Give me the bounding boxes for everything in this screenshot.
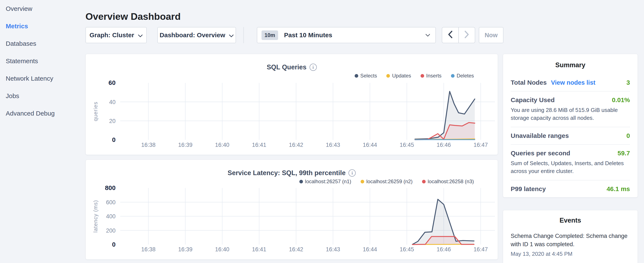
sql-queries-chart-svg: 16:3816:3916:4016:4116:4216:4316:4416:45…	[86, 54, 498, 155]
time-step-buttons	[442, 27, 475, 43]
view-nodes-link[interactable]: View nodes list	[551, 79, 595, 86]
summary-value: 0.01%	[612, 96, 630, 104]
svg-text:16:41: 16:41	[252, 246, 266, 252]
time-range-badge: 10m	[262, 31, 278, 40]
summary-rows: Total NodesView nodes list3Capacity Used…	[511, 74, 630, 197]
svg-text:16:40: 16:40	[215, 246, 230, 252]
svg-text:0: 0	[112, 241, 116, 248]
svg-text:16:44: 16:44	[363, 142, 377, 148]
svg-text:16:43: 16:43	[326, 142, 340, 148]
svg-text:20: 20	[109, 118, 116, 124]
sql-queries-chart-card: SQL Queries i SelectsUpdatesInsertsDelet…	[86, 54, 498, 155]
sidebar-item-jobs[interactable]: Jobs	[0, 87, 85, 105]
summary-description: Sum of Selects, Updates, Inserts, and De…	[511, 159, 630, 175]
svg-text:16:45: 16:45	[400, 142, 414, 148]
toolbar-divider	[244, 27, 244, 43]
event-timestamp: May 13, 2020 at 4:45 PM	[511, 251, 630, 257]
svg-text:queries: queries	[92, 102, 98, 121]
events-panel: Events Schema Change Completed: Schema c…	[503, 210, 638, 263]
summary-label: Capacity Used	[511, 96, 555, 104]
svg-text:16:42: 16:42	[289, 142, 303, 148]
svg-text:16:46: 16:46	[437, 142, 451, 148]
summary-description: You are using 28.6 MiB of 515.9 GiB usab…	[511, 106, 630, 122]
summary-value: 3	[626, 79, 630, 86]
svg-text:16:47: 16:47	[474, 246, 488, 252]
svg-text:40: 40	[109, 99, 116, 105]
graph-dropdown-label: Graph: Cluster	[90, 32, 134, 39]
chevron-down-icon	[138, 32, 143, 39]
chevron-down-icon	[425, 34, 430, 37]
summary-title: Summary	[511, 61, 630, 69]
app-root: OverviewMetricsDatabasesStatementsNetwor…	[0, 0, 644, 263]
now-button[interactable]: Now	[479, 27, 504, 43]
chevron-left-icon	[448, 31, 453, 40]
svg-text:16:41: 16:41	[252, 142, 266, 148]
events-title: Events	[511, 217, 630, 224]
summary-value: 46.1 ms	[606, 185, 630, 193]
sidebar-nav: OverviewMetricsDatabasesStatementsNetwor…	[0, 0, 85, 263]
time-step-back-button[interactable]	[442, 28, 458, 43]
svg-text:16:45: 16:45	[400, 246, 414, 252]
summary-row: Total NodesView nodes list3	[511, 74, 630, 92]
service-latency-chart-card: Service Latency: SQL, 99th percentile i …	[86, 160, 498, 259]
svg-text:16:43: 16:43	[326, 246, 340, 252]
svg-text:16:46: 16:46	[437, 246, 451, 252]
summary-row: Queries per second59.7Sum of Selects, Up…	[511, 145, 630, 180]
svg-text:16:38: 16:38	[141, 246, 156, 252]
dashboard-dropdown[interactable]: Dashboard: Overview	[157, 27, 236, 43]
svg-text:16:39: 16:39	[178, 142, 192, 148]
sidebar-item-overview[interactable]: Overview	[0, 0, 85, 18]
summary-label: P99 latency	[511, 185, 546, 193]
svg-text:16:47: 16:47	[474, 142, 488, 148]
svg-text:16:44: 16:44	[363, 246, 377, 252]
svg-text:800: 800	[105, 184, 116, 191]
event-item[interactable]: Schema Change Completed: Schema change w…	[511, 232, 630, 257]
summary-panel: Summary Total NodesView nodes list3Capac…	[503, 54, 638, 197]
svg-text:latency (ms): latency (ms)	[92, 200, 98, 232]
dashboard-dropdown-label: Dashboard: Overview	[160, 32, 225, 39]
summary-row: Capacity Used0.01%You are using 28.6 MiB…	[511, 92, 630, 127]
summary-label: Queries per second	[511, 150, 570, 157]
sidebar-item-advanced-debug[interactable]: Advanced Debug	[0, 105, 85, 122]
svg-text:0: 0	[112, 136, 116, 143]
svg-text:16:38: 16:38	[141, 142, 156, 148]
sidebar-item-statements[interactable]: Statements	[0, 52, 85, 70]
svg-text:600: 600	[106, 199, 116, 205]
chevron-down-icon	[229, 32, 234, 39]
summary-label: Unavailable ranges	[511, 132, 569, 139]
summary-value: 0	[626, 132, 630, 139]
chevron-right-icon	[464, 31, 469, 40]
page-title: Overview Dashboard	[86, 11, 181, 22]
time-range-selector[interactable]: 10m Past 10 Minutes	[257, 27, 436, 43]
summary-row: Unavailable ranges0	[511, 127, 630, 145]
svg-text:200: 200	[106, 227, 116, 234]
svg-text:16:39: 16:39	[178, 246, 192, 252]
sidebar-item-databases[interactable]: Databases	[0, 35, 85, 52]
event-text: Schema Change Completed: Schema change w…	[511, 232, 630, 248]
summary-value: 59.7	[618, 150, 630, 157]
sidebar-item-network-latency[interactable]: Network Latency	[0, 70, 85, 87]
time-range-label: Past 10 Minutes	[284, 32, 332, 39]
svg-text:16:40: 16:40	[215, 142, 230, 148]
service-latency-chart-svg: 16:3816:3916:4016:4116:4216:4316:4416:45…	[86, 160, 498, 259]
graph-dropdown[interactable]: Graph: Cluster	[86, 27, 147, 43]
time-step-forward-button[interactable]	[458, 28, 475, 43]
summary-row: P99 latency46.1 ms	[511, 180, 630, 197]
events-list: Schema Change Completed: Schema change w…	[511, 232, 630, 257]
summary-label: Total Nodes	[511, 79, 546, 86]
svg-text:400: 400	[106, 213, 116, 220]
svg-text:60: 60	[108, 79, 116, 86]
sidebar-item-metrics[interactable]: Metrics	[0, 18, 85, 35]
svg-text:16:42: 16:42	[289, 246, 303, 252]
